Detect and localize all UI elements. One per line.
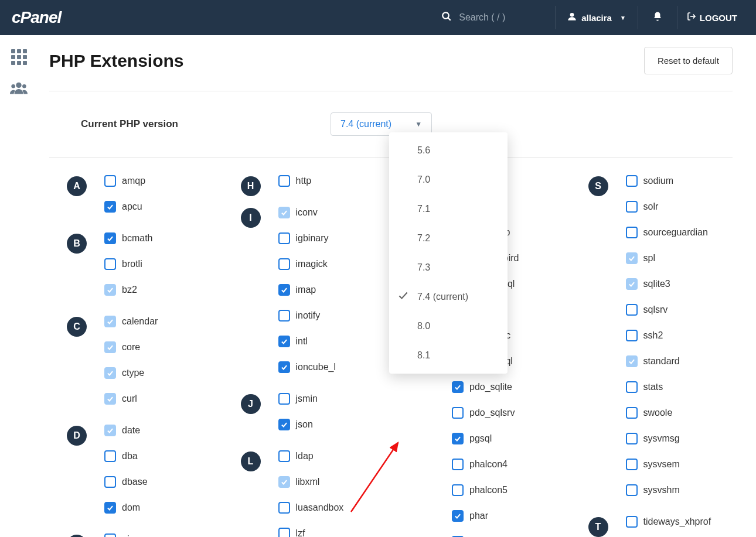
extension-item[interactable]: spl — [626, 252, 655, 264]
extension-item[interactable]: bcmath — [104, 232, 152, 244]
extension-item[interactable]: dba — [104, 450, 138, 462]
extension-item[interactable]: amqp — [104, 175, 145, 187]
extension-item[interactable]: sodium — [626, 175, 674, 187]
extension-checkbox[interactable] — [626, 484, 638, 496]
extension-checkbox[interactable] — [278, 284, 290, 296]
search-input[interactable] — [459, 12, 535, 23]
extension-checkbox[interactable] — [104, 232, 116, 244]
extension-checkbox[interactable] — [278, 502, 290, 514]
extension-item[interactable]: solr — [626, 201, 659, 213]
extension-checkbox[interactable] — [626, 516, 638, 528]
extension-checkbox[interactable] — [104, 450, 116, 462]
extension-item[interactable]: inotify — [278, 310, 321, 321]
extension-checkbox[interactable] — [104, 502, 116, 514]
extension-checkbox[interactable] — [452, 510, 464, 522]
extension-item[interactable]: imagick — [278, 258, 328, 270]
search-wrap[interactable] — [441, 11, 535, 25]
extension-item[interactable]: sysvsem — [626, 459, 680, 470]
extension-checkbox[interactable] — [278, 450, 290, 462]
extension-item[interactable]: ldap — [278, 450, 314, 462]
users-icon[interactable] — [10, 81, 28, 100]
extension-item[interactable]: jsmin — [278, 393, 318, 405]
extension-checkbox[interactable] — [626, 407, 638, 419]
extension-item[interactable]: dbase — [104, 476, 148, 488]
extension-checkbox[interactable] — [104, 258, 116, 270]
extension-item[interactable]: stats — [626, 381, 663, 393]
extension-item[interactable]: ioncube_l — [278, 361, 336, 373]
extension-item[interactable]: apcu — [104, 201, 142, 213]
extension-item[interactable]: luasandbox — [278, 502, 344, 514]
version-option[interactable]: 7.2 — [389, 224, 508, 253]
extension-item[interactable]: ctype — [104, 367, 144, 379]
extension-item[interactable]: swoole — [626, 407, 673, 419]
extension-item[interactable]: date — [104, 425, 140, 436]
extension-checkbox[interactable] — [104, 476, 116, 488]
extension-item[interactable]: imap — [278, 284, 316, 296]
extension-checkbox[interactable] — [626, 201, 638, 213]
extension-item[interactable]: json — [278, 419, 313, 430]
extension-item[interactable]: eio — [104, 533, 134, 537]
extension-checkbox[interactable] — [104, 201, 116, 213]
extension-item[interactable]: sourceguardian — [626, 227, 708, 238]
extension-item[interactable]: core — [104, 341, 140, 353]
extension-item[interactable]: curl — [104, 393, 137, 405]
extension-checkbox[interactable] — [278, 361, 290, 373]
version-option[interactable]: 8.0 — [389, 312, 508, 341]
extension-item[interactable]: sqlsrv — [626, 304, 668, 316]
extension-checkbox[interactable] — [452, 407, 464, 419]
extension-checkbox[interactable] — [278, 232, 290, 244]
extension-item[interactable]: http — [278, 175, 312, 187]
extension-checkbox[interactable] — [278, 258, 290, 270]
extension-checkbox[interactable] — [278, 175, 290, 187]
extension-item[interactable]: phar — [452, 510, 488, 522]
extension-checkbox[interactable] — [452, 459, 464, 470]
extension-checkbox[interactable] — [626, 304, 638, 316]
extension-checkbox[interactable] — [626, 330, 638, 341]
extension-item[interactable]: pdo_sqlsrv — [452, 407, 515, 419]
extension-item[interactable]: libxml — [278, 476, 320, 488]
extension-checkbox[interactable] — [104, 175, 116, 187]
extension-checkbox[interactable] — [278, 419, 290, 430]
extension-item[interactable]: calendar — [104, 316, 158, 327]
extension-checkbox[interactable] — [104, 533, 116, 537]
extension-item[interactable]: sqlite3 — [626, 278, 670, 290]
extension-checkbox[interactable] — [278, 528, 290, 537]
extension-item[interactable]: phalcon5 — [452, 484, 508, 496]
version-option[interactable]: 7.1 — [389, 194, 508, 224]
extension-checkbox[interactable] — [452, 381, 464, 393]
extension-checkbox[interactable] — [452, 484, 464, 496]
apps-grid-icon[interactable] — [11, 49, 27, 65]
extension-item[interactable]: dom — [104, 502, 140, 514]
extension-item[interactable]: lzf — [278, 528, 305, 537]
cpanel-logo[interactable]: cPanel — [12, 8, 61, 27]
extension-item[interactable]: bz2 — [104, 284, 137, 296]
notifications-button[interactable] — [641, 11, 675, 25]
extension-item[interactable]: brotli — [104, 258, 142, 270]
extension-item[interactable]: igbinary — [278, 232, 329, 244]
extension-item[interactable]: pdo_sqlite — [452, 381, 512, 393]
extension-item[interactable]: phalcon4 — [452, 459, 508, 470]
version-option[interactable]: 5.6 — [389, 136, 508, 165]
extension-item[interactable]: tideways_xhprof — [626, 516, 711, 528]
extension-item[interactable]: iconv — [278, 207, 318, 218]
extension-item[interactable]: sysvshm — [626, 484, 680, 496]
extension-item[interactable]: sysvmsg — [626, 433, 680, 444]
version-option[interactable]: 7.0 — [389, 165, 508, 194]
version-option[interactable]: 7.4 (current) — [389, 282, 508, 312]
version-option[interactable]: 8.1 — [389, 341, 508, 370]
extension-checkbox[interactable] — [626, 175, 638, 187]
extension-checkbox[interactable] — [278, 336, 290, 347]
extension-checkbox[interactable] — [626, 227, 638, 238]
extension-item[interactable]: ssh2 — [626, 330, 663, 341]
extension-checkbox[interactable] — [452, 433, 464, 444]
extension-checkbox[interactable] — [278, 393, 290, 405]
extension-checkbox[interactable] — [626, 459, 638, 470]
user-menu[interactable]: allacira ▼ — [558, 12, 635, 23]
logout-button[interactable]: LOGOUT — [680, 12, 744, 23]
extension-item[interactable]: intl — [278, 336, 308, 347]
extension-item[interactable]: pgsql — [452, 433, 492, 444]
extension-item[interactable]: standard — [626, 355, 680, 367]
extension-checkbox[interactable] — [626, 433, 638, 444]
extension-checkbox[interactable] — [278, 310, 290, 321]
extension-checkbox[interactable] — [626, 381, 638, 393]
